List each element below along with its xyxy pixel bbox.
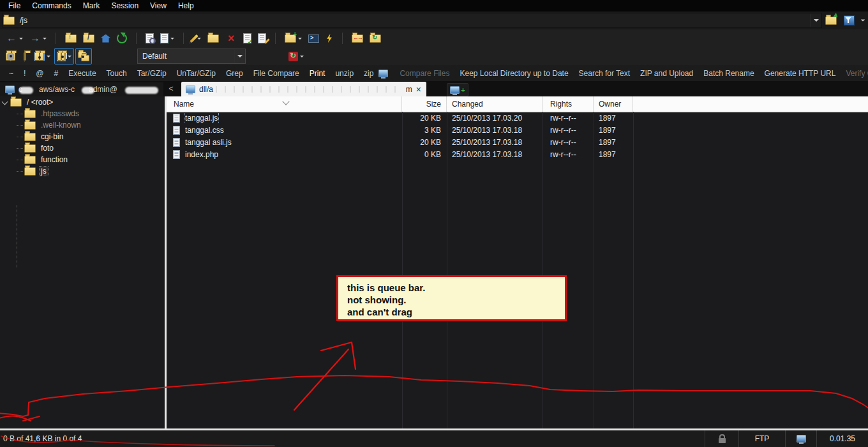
file-row[interactable]: tanggal asli.js 20 KB 25/10/2013 17.03.1… (167, 136, 868, 148)
tree-item[interactable]: js (0, 165, 165, 177)
command-item[interactable]: ZIP and Upload (635, 68, 698, 79)
tree-item[interactable]: / <root> (0, 96, 165, 108)
dropdown-caret[interactable] (47, 56, 50, 57)
separator[interactable] (19, 48, 30, 64)
separator[interactable] (178, 30, 189, 47)
chevron-expanded-icon[interactable] (2, 99, 8, 105)
menu-item[interactable]: Help (172, 1, 200, 11)
find-files-icon[interactable] (143, 30, 156, 47)
command-item[interactable]: Compare Files (394, 68, 454, 79)
session-tab-inactive[interactable]: c aws/aws-c admin@ (0, 82, 163, 96)
dropdown-caret[interactable] (43, 38, 47, 40)
preferences-gear-icon[interactable] (3, 48, 18, 64)
protocol-cell[interactable]: FTP (738, 430, 785, 447)
menu-item[interactable]: Commands (26, 1, 77, 11)
file-row[interactable]: tanggal.css 3 KB 25/10/2013 17.03.18 rw-… (167, 124, 868, 136)
dropdown-caret[interactable] (298, 38, 302, 40)
session-status-cell[interactable] (785, 430, 816, 447)
command-item[interactable]: File Compare (248, 68, 304, 79)
plus-icon: + (461, 86, 465, 94)
filter-button[interactable] (841, 13, 857, 27)
command-item[interactable]: # (49, 68, 64, 79)
synchronize-folders-icon[interactable] (349, 30, 366, 47)
dropdown-caret[interactable] (19, 38, 23, 40)
command-item[interactable]: ~ (4, 68, 19, 79)
command-item[interactable]: Tar/GZip (132, 68, 172, 79)
tree-item[interactable]: .well-known (0, 119, 165, 131)
column-header-owner[interactable]: Owner (594, 96, 633, 112)
command-item[interactable]: UnTar/GZip (172, 68, 221, 79)
command-item[interactable]: Touch (101, 68, 132, 79)
forward-icon[interactable] (27, 30, 49, 47)
duplicate-file-icon[interactable] (158, 30, 177, 47)
session-tab-active[interactable]: dll/a m × (181, 82, 426, 96)
commander-layout-icon[interactable] (31, 48, 53, 64)
command-item[interactable]: Verify Checksum (841, 68, 868, 79)
file-list-view-icon[interactable] (54, 48, 74, 64)
console-monitor-icon[interactable] (378, 68, 388, 79)
new-folder-icon[interactable] (282, 30, 304, 47)
synchronize-browsing-icon[interactable] (323, 30, 336, 47)
column-header-size[interactable]: Size (402, 96, 447, 112)
session-duration-cell[interactable]: 0.01.35 (816, 430, 868, 447)
folder-tree-view-icon[interactable] (75, 48, 92, 64)
command-item[interactable]: Print (304, 68, 331, 79)
separator[interactable] (337, 30, 348, 47)
tree-item[interactable]: function (0, 154, 165, 165)
menu-item[interactable]: Session (105, 1, 144, 11)
tree-item[interactable]: .htpasswds (0, 108, 165, 119)
file-row[interactable]: index.php 0 KB 25/10/2013 17.03.18 rw-r-… (167, 148, 868, 160)
edit-file-icon[interactable] (190, 30, 204, 47)
separator[interactable] (270, 30, 281, 47)
open-directory-button[interactable] (823, 13, 839, 27)
command-item[interactable]: Generate HTTP URL (760, 68, 841, 79)
separator[interactable] (131, 30, 142, 47)
command-item[interactable]: ! (19, 68, 31, 79)
command-item[interactable]: Grep (221, 68, 248, 79)
column-header-rights[interactable]: Rights (542, 96, 594, 112)
dropdown-caret[interactable] (197, 38, 201, 40)
address-dropdown-button[interactable] (811, 14, 821, 27)
file-changed: 25/10/2013 17.03.18 (447, 138, 542, 147)
folder-icon (24, 110, 36, 118)
tree-item-label: .htpasswds (40, 109, 80, 118)
column-header-changed[interactable]: Changed (447, 96, 542, 112)
open-file-icon[interactable] (205, 30, 221, 47)
root-directory-icon[interactable] (80, 30, 97, 47)
address-combo[interactable]: /js (3, 13, 822, 28)
refresh-session-icon[interactable] (367, 30, 384, 47)
separator[interactable] (50, 30, 61, 47)
refresh-icon[interactable] (114, 30, 130, 47)
command-item[interactable]: Keep Local Directory up to Date (454, 68, 573, 79)
command-item[interactable]: unzip (330, 68, 359, 79)
tree-item[interactable]: foto (0, 142, 165, 154)
filter-dropdown-button[interactable] (859, 13, 867, 27)
delete-file-icon[interactable] (223, 30, 239, 47)
command-item[interactable]: Execute (63, 68, 101, 79)
command-item[interactable]: zip (359, 68, 378, 79)
tree-item[interactable]: cgi-bin (0, 131, 165, 142)
file-properties-icon[interactable] (241, 30, 254, 47)
synchronize-icon[interactable] (286, 48, 306, 64)
command-item[interactable]: Batch Rename (698, 68, 759, 79)
menu-item[interactable]: File (3, 1, 26, 11)
file-row[interactable]: tanggal.js 20 KB 25/10/2013 17.03.20 rw-… (167, 112, 868, 124)
command-item[interactable]: Search for Text (574, 68, 635, 79)
home-directory-icon[interactable] (98, 30, 113, 47)
transfer-settings-select[interactable]: Default (137, 49, 246, 64)
transfer-settings-dropdown[interactable] (234, 50, 245, 63)
rename-file-icon[interactable] (255, 30, 269, 47)
tab-close-button[interactable]: × (416, 85, 421, 94)
menu-item[interactable]: View (144, 1, 172, 11)
dropdown-caret[interactable] (170, 38, 174, 40)
console-icon[interactable] (306, 30, 322, 47)
dropdown-caret[interactable] (68, 56, 71, 57)
parent-directory-icon[interactable] (63, 30, 79, 47)
menu-item[interactable]: Mark (77, 1, 106, 11)
back-icon[interactable] (3, 30, 26, 47)
tab-scroll-left-button[interactable]: < (166, 84, 176, 94)
dropdown-caret[interactable] (300, 56, 304, 57)
new-session-tab-button[interactable]: + (447, 83, 468, 96)
command-item[interactable]: @ (31, 68, 49, 79)
encryption-status-cell[interactable] (705, 430, 738, 447)
